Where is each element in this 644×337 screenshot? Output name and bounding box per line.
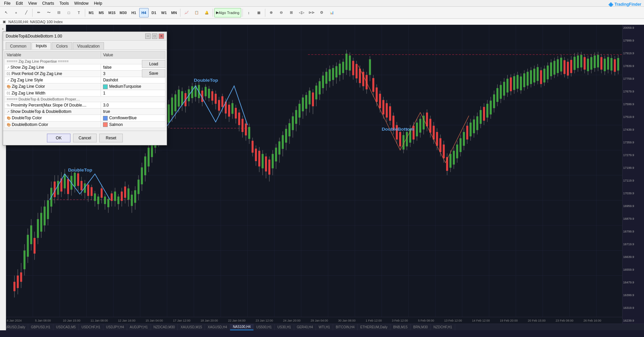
svg-rect-217 <box>315 86 317 99</box>
val-zigzag-style[interactable]: Dashdot <box>101 77 165 83</box>
algo-trading-btn[interactable]: ▶ Algo Trading <box>214 8 241 17</box>
val-show-dt-db[interactable]: true <box>101 108 165 115</box>
val-doublebottom-color[interactable]: Salmon <box>101 121 165 128</box>
svg-rect-99 <box>117 197 119 204</box>
text-tool-btn[interactable]: T <box>74 8 84 17</box>
svg-rect-211 <box>305 95 307 109</box>
menu-item-window[interactable]: Window <box>71 0 91 6</box>
val-doubletop-color[interactable]: CornflowerBlue <box>101 115 165 121</box>
fib-tool-btn[interactable]: ⊟ <box>54 8 63 17</box>
svg-rect-359 <box>553 61 555 75</box>
tab-nzdchf-h1[interactable]: NZDCHF,H1 <box>431 324 455 330</box>
crosshair-left-btn[interactable]: + <box>0 26 6 31</box>
var-show-dt-db: ↗ Show DoubleTop & DoubleBottom <box>5 108 101 115</box>
tf-m1[interactable]: M1 <box>87 8 96 17</box>
wave-tool-btn[interactable]: 〜 <box>44 8 53 17</box>
tab-us30-h1[interactable]: US30,H1 <box>275 324 294 330</box>
svg-rect-231 <box>339 64 341 75</box>
analysis-btn[interactable]: 📊 <box>327 8 336 17</box>
crosshair-tool-btn[interactable]: + <box>11 8 21 17</box>
tab-gbpusd-h1[interactable]: GBPUSD,H1 <box>28 324 53 330</box>
cancel-btn[interactable]: Cancel <box>73 134 97 142</box>
svg-rect-385 <box>597 55 599 67</box>
val-zigzag-width[interactable]: 1 <box>101 90 165 96</box>
svg-rect-373 <box>577 56 579 68</box>
line-tool-btn[interactable]: ╱ <box>21 8 31 17</box>
tab-ger40-h4[interactable]: GER40,H4 <box>294 324 316 330</box>
svg-rect-235 <box>345 54 347 70</box>
tf-m15[interactable]: M15 <box>107 8 117 17</box>
tab-xauusd-m15[interactable]: XAUUSD,M15 <box>178 324 205 330</box>
var-zigzag-color: 🎨 Zig Zag Line Color <box>5 83 101 90</box>
tab-ethereum-daily[interactable]: ETHEREUM,Daily <box>358 324 390 330</box>
depth-btn[interactable]: ▦ <box>254 8 264 17</box>
indicator-btn[interactable]: 📈 <box>182 8 191 17</box>
menu-item-charts[interactable]: Charts <box>40 0 57 6</box>
buy-sell-btn[interactable]: ↕ <box>244 8 254 17</box>
auto-scroll-btn[interactable]: ⊳⊳ <box>307 8 316 17</box>
properties-btn[interactable]: ⚙ <box>317 8 326 17</box>
tab-nas100-h4[interactable]: NAS100,H4 <box>230 324 254 330</box>
tf-m5[interactable]: M5 <box>97 8 106 17</box>
dialog-maximize-btn[interactable]: □ <box>152 33 157 39</box>
tf-h4[interactable]: H4 <box>139 8 149 17</box>
dialog-minimize-btn[interactable]: ─ <box>145 33 151 39</box>
ok-btn[interactable]: OK <box>47 134 70 142</box>
alert-btn[interactable]: 🔔 <box>202 8 211 17</box>
tf-mn[interactable]: MN <box>169 8 179 17</box>
svg-rect-135 <box>178 90 180 107</box>
tf-w1[interactable]: W1 <box>159 8 169 17</box>
tf-m30[interactable]: M30 <box>118 8 128 17</box>
save-btn[interactable]: Save <box>142 69 165 77</box>
template-btn[interactable]: 📋 <box>192 8 201 17</box>
tab-brn-m30[interactable]: BRN,M30 <box>411 324 431 330</box>
dialog-tabs: Common Inputs Colors Visualization <box>3 41 167 50</box>
zoom-in-btn[interactable]: ⊕ <box>267 8 276 17</box>
svg-rect-37 <box>13 282 15 291</box>
menu-item-edit[interactable]: Edit <box>13 0 25 6</box>
tab-visualization[interactable]: Visualization <box>73 42 104 50</box>
tab-xagusd-h4[interactable]: XAGUSD,H4 <box>205 324 230 330</box>
tf-d1[interactable]: D1 <box>149 8 159 17</box>
tab-audjpy-h1[interactable]: AUDJPY,H1 <box>127 324 151 330</box>
cursor-tool-btn[interactable]: ↖ <box>1 8 11 17</box>
zoom-out-btn[interactable]: ⊖ <box>277 8 286 17</box>
load-btn[interactable]: Load <box>142 60 165 68</box>
svg-rect-347 <box>533 69 535 82</box>
svg-rect-57 <box>47 200 49 219</box>
tab-usdcad-m5[interactable]: USDCAD,M5 <box>53 324 79 330</box>
dialog-close-btn[interactable]: ✕ <box>159 33 164 39</box>
svg-rect-151 <box>205 87 207 96</box>
tab-colors[interactable]: Colors <box>52 42 72 50</box>
svg-rect-83 <box>91 187 93 196</box>
tab-bnb-m15[interactable]: BNB,M15 <box>390 324 411 330</box>
tab-bitcoin-h4[interactable]: BITCOIN,H4 <box>333 324 358 330</box>
svg-rect-393 <box>610 58 612 70</box>
draw-tool-btn[interactable]: ✏ <box>34 8 43 17</box>
tab-common[interactable]: Common <box>6 42 31 50</box>
tab-usdjpy-h4[interactable]: USDJPY,H4 <box>103 324 127 330</box>
tab-usdchf-h1[interactable]: USDCHF,H1 <box>79 324 103 330</box>
val-proximity[interactable]: 3.0 <box>101 102 165 108</box>
svg-rect-87 <box>97 197 99 204</box>
shape-tool-btn[interactable]: □ <box>64 8 73 17</box>
scroll-btn[interactable]: ◁▷ <box>297 8 306 17</box>
val-zigzag-color[interactable]: MediumTurquoise <box>101 83 165 90</box>
tf-h1[interactable]: H1 <box>129 8 139 17</box>
svg-rect-343 <box>527 72 529 85</box>
menu-item-help[interactable]: Help <box>91 0 105 6</box>
svg-rect-101 <box>121 192 123 201</box>
tab-nzdcad-m30[interactable]: NZDCAD,M30 <box>151 324 178 330</box>
doublebottom-color-swatch <box>103 122 108 127</box>
svg-rect-345 <box>530 70 532 84</box>
menu-item-file[interactable]: File <box>1 0 13 6</box>
menu-item-tools[interactable]: Tools <box>57 0 71 6</box>
grid-btn[interactable]: ⊞ <box>287 8 296 17</box>
tab-inputs[interactable]: Inputs <box>32 42 51 50</box>
tab-wti-h1[interactable]: WTI,H1 <box>316 324 333 330</box>
menu-item-view[interactable]: View <box>25 0 40 6</box>
svg-rect-233 <box>342 62 344 73</box>
tab-us500-h1[interactable]: US500,H1 <box>254 324 275 330</box>
reset-btn[interactable]: Reset <box>99 134 123 142</box>
price-label: 16479.9 <box>623 281 643 284</box>
